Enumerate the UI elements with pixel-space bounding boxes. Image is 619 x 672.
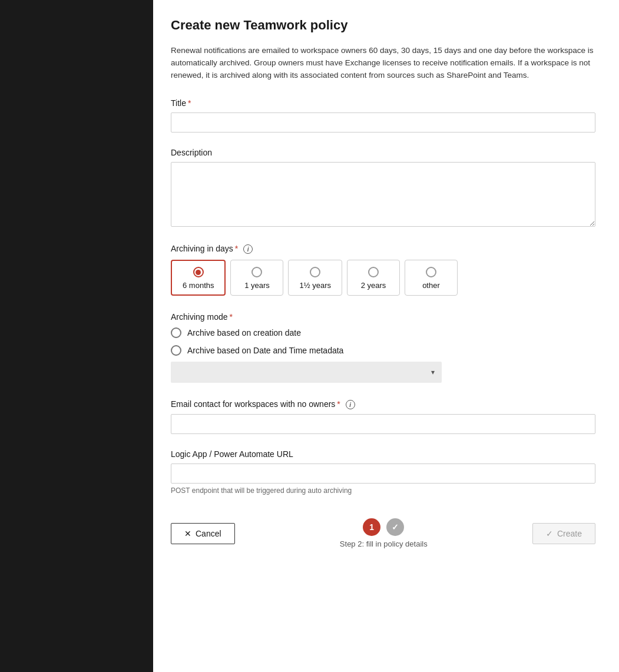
archiving-days-radio-group: 6 months 1 years 1½ years 2 years other [171, 260, 595, 296]
radio-date-time-metadata[interactable]: Archive based on Date and Time metadata [171, 345, 595, 356]
radio-1years[interactable]: 1 years [230, 260, 283, 296]
logic-app-label: Logic App / Power Automate URL [171, 449, 595, 459]
email-contact-field-group: Email contact for workspaces with no own… [171, 399, 595, 434]
archiving-days-label: Archiving in days* i [171, 244, 595, 254]
email-contact-info-icon[interactable]: i [346, 400, 355, 409]
radio-2years-circle [368, 267, 379, 277]
radio-other-circle [426, 267, 436, 277]
archiving-days-required-star: * [235, 244, 238, 253]
archiving-days-info-icon[interactable]: i [243, 244, 253, 254]
description-input[interactable] [171, 162, 595, 227]
logic-app-hint: POST endpoint that will be triggered dur… [171, 486, 595, 495]
email-contact-required-star: * [337, 399, 340, 409]
radio-creation-date[interactable]: Archive based on creation date [171, 327, 595, 338]
archiving-mode-dropdown-wrapper: ▾ [171, 362, 442, 383]
radio-other[interactable]: other [405, 260, 458, 296]
archiving-days-section: Archiving in days* i 6 months 1 years 1½… [171, 244, 595, 296]
step-2-circle: ✓ [386, 518, 404, 536]
create-check-icon: ✓ [546, 529, 553, 538]
cancel-button[interactable]: ✕ Cancel [171, 523, 235, 544]
title-required-star: * [188, 98, 191, 108]
radio-creation-date-label: Archive based on creation date [187, 328, 301, 337]
radio-date-time-metadata-circle [171, 345, 181, 356]
email-contact-label: Email contact for workspaces with no own… [171, 399, 595, 409]
archiving-mode-label: Archiving mode* [171, 312, 595, 322]
description-label: Description [171, 148, 595, 157]
title-label: Title* [171, 98, 595, 108]
step-1-circle: 1 [363, 518, 380, 536]
radio-6months-dot [196, 270, 201, 275]
step-indicator: 1 ✓ Step 2: fill in policy details [340, 518, 428, 548]
radio-1half-years-label: 1½ years [299, 281, 330, 290]
step-2-check-icon: ✓ [392, 522, 399, 532]
radio-date-time-metadata-label: Archive based on Date and Time metadata [187, 346, 343, 355]
radio-2years-label: 2 years [361, 281, 386, 290]
intro-description: Renewal notifications are emailed to wor… [171, 45, 595, 82]
archiving-mode-radio-group: Archive based on creation date Archive b… [171, 327, 595, 356]
logic-app-input[interactable] [171, 464, 595, 484]
page-title: Create new Teamwork policy [171, 18, 595, 33]
radio-creation-date-circle [171, 327, 181, 338]
description-field-group: Description [171, 148, 595, 229]
step-label: Step 2: fill in policy details [340, 539, 428, 548]
radio-1half-years[interactable]: 1½ years [288, 260, 342, 296]
radio-1half-years-circle [310, 267, 320, 277]
step-circles: 1 ✓ [363, 518, 404, 536]
radio-6months-label: 6 months [183, 281, 214, 290]
email-contact-input[interactable] [171, 414, 595, 434]
bottom-bar: ✕ Cancel 1 ✓ Step 2: fill in policy deta… [171, 518, 595, 548]
radio-other-label: other [422, 281, 440, 290]
archiving-mode-dropdown[interactable] [171, 362, 442, 383]
radio-1years-circle [251, 267, 262, 277]
logic-app-field-group: Logic App / Power Automate URL POST endp… [171, 449, 595, 495]
create-label: Create [557, 529, 582, 538]
cancel-x-icon: ✕ [184, 529, 191, 538]
create-button[interactable]: ✓ Create [532, 523, 595, 544]
archiving-mode-required-star: * [230, 312, 233, 322]
cancel-label: Cancel [196, 529, 221, 538]
main-content: Create new Teamwork policy Renewal notif… [153, 0, 619, 672]
radio-2years[interactable]: 2 years [347, 260, 400, 296]
sidebar [0, 0, 153, 672]
step-1-number: 1 [369, 522, 374, 532]
radio-6months[interactable]: 6 months [171, 260, 226, 296]
title-field-group: Title* [171, 98, 595, 133]
title-input[interactable] [171, 112, 595, 133]
archiving-mode-section: Archiving mode* Archive based on creatio… [171, 312, 595, 383]
radio-6months-circle [193, 267, 204, 277]
radio-1years-label: 1 years [244, 281, 270, 290]
